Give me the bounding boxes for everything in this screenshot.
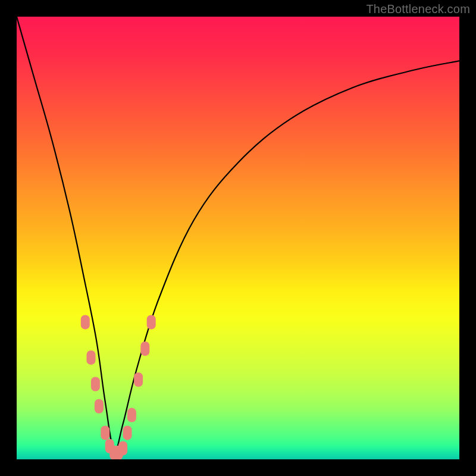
chart-frame: TheBottleneck.com [0,0,476,476]
bottleneck-curve [17,17,459,451]
marker-point [127,408,136,422]
curve-layer [17,17,459,459]
watermark-text: TheBottleneck.com [366,2,470,16]
marker-point [95,399,104,414]
marker-point [123,425,132,440]
marker-point [101,425,109,440]
marker-point [81,315,90,329]
marker-point [134,372,143,387]
plot-area [17,17,459,459]
marker-point [118,441,127,455]
highlighted-points [81,315,156,459]
marker-point [140,342,149,356]
marker-point [91,377,100,392]
marker-point [147,315,156,329]
marker-point [87,350,96,365]
